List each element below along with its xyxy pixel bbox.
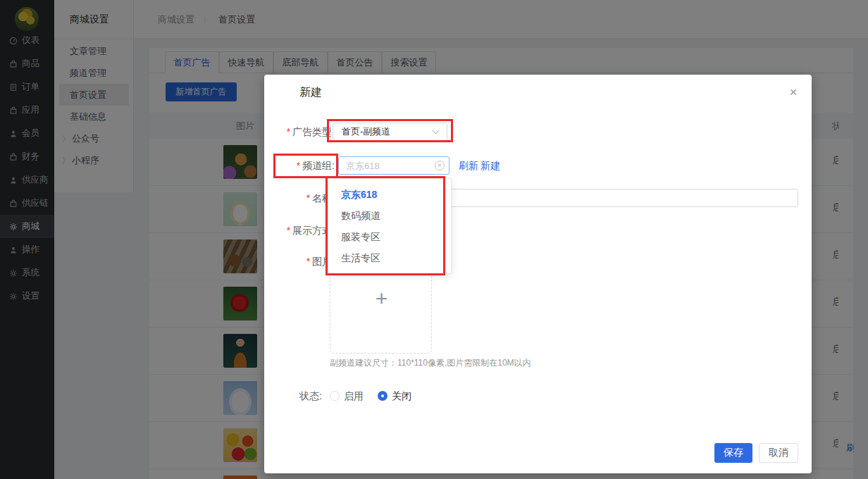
required-asterisk: * — [306, 256, 310, 267]
clear-icon[interactable]: ✕ — [435, 161, 445, 170]
ad-type-label: *广告类型: — [264, 123, 335, 141]
label-text: 状态: — [299, 390, 322, 402]
status-enable-label[interactable]: 启用 — [344, 387, 364, 405]
required-asterisk: * — [287, 126, 290, 137]
label-text: 频道组: — [302, 160, 335, 171]
plus-icon: + — [330, 288, 433, 309]
channel-group-label: *频道组: — [264, 156, 335, 175]
image-size-hint: 副频道建议尺寸：110*110像素,图片需限制在10M以内 — [330, 357, 531, 369]
status-radio-disable[interactable] — [378, 391, 388, 401]
modal-title: 新建 — [299, 85, 322, 100]
app-window: 仪表 商品 订单 应用 会员 财务 供应商 供应链 — [0, 0, 868, 479]
label-text: 广告类型: — [292, 126, 335, 137]
dropdown-option-clothing[interactable]: 服装专区 — [328, 226, 451, 247]
cancel-button[interactable]: 取消 — [759, 443, 798, 463]
dropdown-option-lifestyle[interactable]: 生活专区 — [328, 247, 451, 268]
save-button[interactable]: 保存 — [714, 443, 752, 463]
ad-type-value: 首页-副频道 — [342, 126, 390, 137]
image-label: *图片: — [264, 252, 335, 270]
display-mode-label: *展示方式: — [264, 221, 335, 240]
new-ad-modal: 新建 × *广告类型: 首页-副频道 *频道组: ✕ 刷新 新建 *名称: *展… — [264, 75, 812, 473]
required-asterisk: * — [306, 192, 310, 204]
new-channel-link[interactable]: 新建 — [480, 156, 500, 175]
status-label: 状态: — [264, 387, 322, 405]
ad-type-select[interactable]: 首页-副频道 — [333, 123, 447, 141]
name-label: *名称: — [264, 189, 335, 207]
required-asterisk: * — [297, 160, 300, 171]
required-asterisk: * — [287, 225, 290, 236]
channel-group-input[interactable] — [338, 156, 450, 175]
channel-group-dropdown: 京东618 数码频道 服装专区 生活专区 — [328, 178, 452, 274]
dropdown-option-jd618[interactable]: 京东618 — [328, 184, 451, 205]
status-disable-label[interactable]: 关闭 — [392, 387, 411, 405]
refresh-link[interactable]: 刷新 — [459, 156, 478, 175]
dropdown-option-digital[interactable]: 数码频道 — [328, 205, 451, 226]
close-icon[interactable]: × — [784, 83, 802, 101]
chevron-down-icon — [433, 127, 440, 135]
status-radio-enable[interactable] — [330, 391, 340, 401]
